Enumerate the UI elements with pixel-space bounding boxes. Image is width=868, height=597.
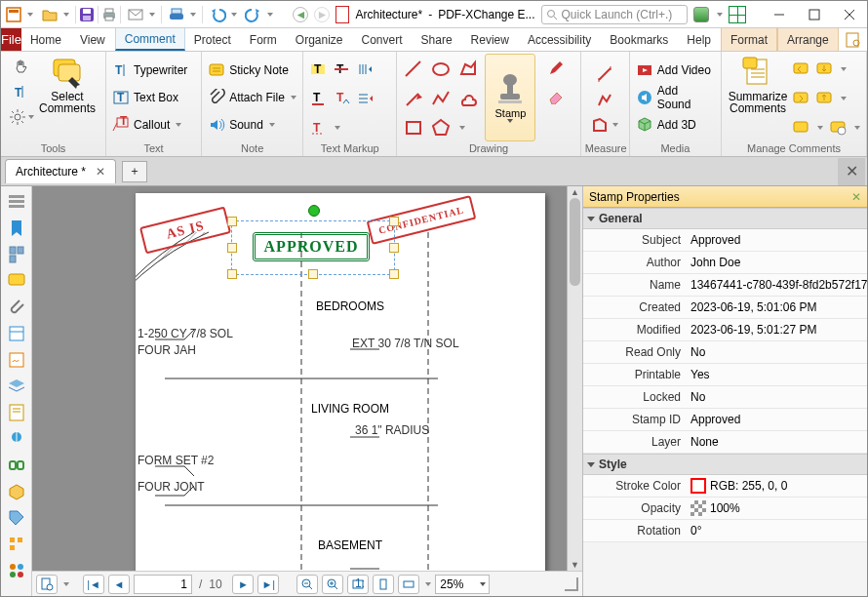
thumbnails-pane-icon[interactable] [7,245,26,264]
prop-stroke-color[interactable]: Stroke ColorRGB: 255, 0, 0 [583,475,867,498]
open-icon[interactable] [41,6,59,23]
scan-icon[interactable] [168,6,185,23]
canvas[interactable]: BEDROOMS LIVING ROOM BASEMENT [32,186,582,571]
email-icon[interactable] [127,6,144,23]
strikeout-icon[interactable]: T [333,60,350,78]
page-prev-button[interactable]: ◄ [108,575,130,594]
comment-show-icon[interactable] [792,119,809,137]
zoom-fitpage-button[interactable] [373,575,394,594]
zoom-out-button[interactable] [296,575,318,594]
dropdown-icon[interactable] [63,13,69,17]
textbox-button[interactable]: TText Box [110,84,197,111]
dropdown-icon[interactable] [149,13,155,17]
app-menu-icon[interactable] [5,6,22,23]
new-tab-button[interactable]: ＋ [122,161,147,182]
file-menu[interactable]: File [1,28,21,51]
order-pane-icon[interactable] [7,535,26,554]
bookmarks-pane-icon[interactable] [7,219,26,238]
tab-comment[interactable]: Comment [115,28,185,51]
typewriter-button[interactable]: TTypewriter [110,57,197,84]
text-correction-icon[interactable]: T [309,119,327,137]
stamp-button[interactable]: Stamp [485,54,535,141]
resize-handle[interactable] [389,269,399,279]
resize-handle[interactable] [308,269,318,279]
tab-help[interactable]: Help [678,28,721,51]
prop-locked[interactable]: LockedNo [583,386,867,409]
resize-handle[interactable] [227,269,237,279]
dropdown-icon[interactable] [176,123,181,127]
eraser-icon[interactable] [547,87,565,104]
vertical-scrollbar[interactable]: ▲ ▼ [567,186,582,571]
prop-printable[interactable]: PrintableYes [583,364,867,386]
stamp-approved[interactable]: APPROVED [253,232,370,261]
tab-review[interactable]: Review [462,28,519,51]
comment-export-icon[interactable] [815,90,833,107]
nav-back-icon[interactable]: ◄ [293,7,308,22]
tab-organize[interactable]: Organize [287,28,353,51]
page-number-input[interactable]: 1 [134,575,192,594]
close-panel-icon[interactable]: ✕ [851,190,861,204]
add-video-button[interactable]: Add Video [634,57,717,84]
attach-file-button[interactable]: Attach File [206,84,298,111]
dropdown-icon[interactable] [425,582,431,586]
ui-options-icon[interactable] [693,7,709,22]
resize-handle[interactable] [389,217,399,226]
resize-handle[interactable] [227,243,237,253]
section-style[interactable]: Style [583,454,867,475]
dropdown-icon[interactable] [841,97,847,100]
prop-author[interactable]: AuthorJohn Doe [583,252,867,274]
maximize-button[interactable] [797,1,832,27]
comment-options-icon[interactable] [829,119,847,137]
comment-nav-next-icon[interactable] [792,90,809,107]
scroll-thumb[interactable] [570,198,580,286]
tab-arrange[interactable]: Arrange [777,28,839,51]
fields-pane-icon[interactable] [7,324,26,343]
cloud-icon[interactable] [457,88,479,109]
signatures-pane-icon[interactable] [7,350,26,370]
perimeter-icon[interactable] [596,91,613,108]
dropdown-icon[interactable] [269,123,275,127]
dropdown-icon[interactable] [27,13,33,17]
print-icon[interactable] [100,6,118,23]
tab-bookmarks[interactable]: Bookmarks [601,28,678,51]
distance-icon[interactable] [596,65,613,83]
options-icon[interactable] [7,192,26,212]
prop-opacity[interactable]: Opacity100% [583,498,867,520]
zoom-fitwidth-button[interactable] [398,575,419,594]
select-comments-button[interactable]: Select Comments [38,54,97,114]
replace-text-icon[interactable] [356,90,374,107]
dropdown-icon[interactable] [459,126,465,130]
page-options-icon[interactable] [36,575,58,594]
color-swatch-icon[interactable] [690,478,706,494]
summarize-comments-button[interactable]: Summarize Comments [726,54,790,114]
page-last-button[interactable]: ►| [257,575,279,594]
prop-subject[interactable]: SubjectApproved [583,229,867,252]
add-sound-button[interactable]: Add Sound [634,84,717,111]
comment-nav-prev-icon[interactable] [792,60,809,78]
dropdown-icon[interactable] [854,126,860,130]
fit-icon[interactable] [729,6,746,23]
close-tab-icon[interactable]: ✕ [94,165,107,179]
close-doc-button[interactable]: ✕ [838,158,865,185]
polygon-line-icon[interactable] [457,59,479,80]
rectangle-icon[interactable] [403,117,424,139]
pencil-icon[interactable] [547,60,565,77]
caret-icon[interactable]: T [333,90,350,107]
attachments-pane-icon[interactable] [7,298,26,317]
quick-launch-input[interactable]: Quick Launch (Ctrl+.) [541,5,688,24]
dropdown-icon[interactable] [231,13,237,17]
window-close-button[interactable] [832,1,867,27]
line-icon[interactable] [403,59,424,80]
find-tool-icon[interactable] [845,31,862,49]
page-next-button[interactable]: ► [232,575,254,594]
polygon-icon[interactable] [430,117,452,139]
tab-protect[interactable]: Protect [185,28,241,51]
dropdown-icon[interactable] [190,13,196,17]
scroll-up-icon[interactable]: ▲ [568,186,582,198]
zoom-actual-button[interactable]: 1:1 [347,575,369,594]
comment-import-icon[interactable] [815,60,833,78]
hand-tool-icon[interactable] [13,58,30,75]
tab-form[interactable]: Form [241,28,287,51]
tab-format[interactable]: Format [721,28,777,51]
dropdown-icon[interactable] [335,126,340,130]
